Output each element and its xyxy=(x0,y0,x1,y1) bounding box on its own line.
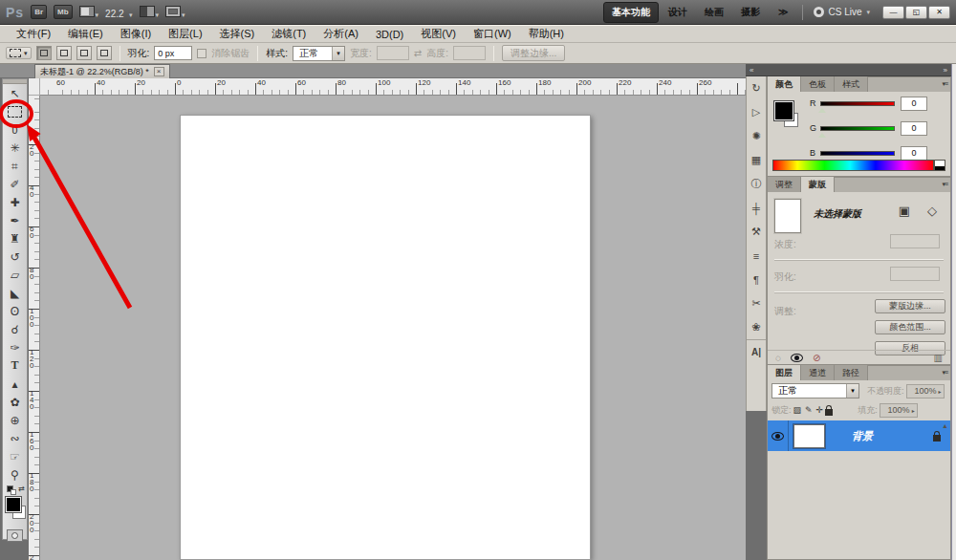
width-input[interactable] xyxy=(377,46,409,60)
menu-item[interactable]: 视图(V) xyxy=(412,27,465,41)
green-slider[interactable] xyxy=(820,126,895,131)
lock-pixels-icon[interactable]: ✎ xyxy=(805,405,813,415)
tab-masks[interactable]: 蒙版 xyxy=(801,177,835,192)
workspace-button[interactable]: 绘画 xyxy=(697,3,731,22)
green-value-input[interactable]: 0 xyxy=(901,121,927,136)
blue-slider[interactable] xyxy=(820,151,895,156)
layer-thumbnail[interactable] xyxy=(793,424,825,448)
tab-channels[interactable]: 通道 xyxy=(801,365,835,380)
disable-mask-icon[interactable]: ⊘ xyxy=(813,353,820,363)
foreground-color-swatch[interactable] xyxy=(774,101,793,120)
tab-color[interactable]: 颜色 xyxy=(768,76,801,92)
antialias-checkbox[interactable] xyxy=(197,49,206,58)
tab-adjustments[interactable]: 调整 xyxy=(768,177,801,192)
lock-all-icon[interactable] xyxy=(825,409,833,416)
new-selection-mode-button[interactable] xyxy=(36,46,52,60)
expand-panels-icon[interactable]: » xyxy=(944,66,947,75)
zoom-tool[interactable]: ⚲ xyxy=(3,465,27,484)
mask-visibility-eye-icon[interactable] xyxy=(791,354,803,362)
panel-menu-icon[interactable]: ▾≡ xyxy=(942,369,947,377)
styles-panel-icon[interactable]: ▦ xyxy=(747,148,766,172)
swap-dimensions-icon[interactable]: ⇄ xyxy=(414,48,422,58)
tab-paths[interactable]: 路径 xyxy=(835,365,868,380)
dodge-tool[interactable]: ☌ xyxy=(3,320,27,338)
spectrum-bw-swatches[interactable] xyxy=(934,160,945,171)
menu-item[interactable]: 窗口(W) xyxy=(465,27,520,41)
load-selection-icon[interactable]: ◌ xyxy=(775,353,781,363)
tab-styles[interactable]: 样式 xyxy=(835,76,868,92)
menu-item[interactable]: 图像(I) xyxy=(112,27,160,41)
healing-brush-tool[interactable]: ✚ xyxy=(3,193,27,211)
screen-mode-button[interactable]: ▾ xyxy=(165,4,185,21)
blend-mode-select[interactable]: 正常 ▾ xyxy=(771,383,859,398)
zoom-level-dropdown[interactable]: 22.2 ▾ xyxy=(105,4,132,21)
subtract-selection-mode-button[interactable] xyxy=(76,46,92,60)
blue-value-input[interactable]: 0 xyxy=(901,146,927,161)
quick-selection-tool[interactable]: ✳ xyxy=(3,139,27,157)
info-panel-icon[interactable]: ⓘ xyxy=(747,172,766,196)
red-slider[interactable] xyxy=(820,101,895,106)
notes-panel-icon[interactable]: ❀ xyxy=(747,315,766,339)
history-panel-icon[interactable]: ↻ xyxy=(747,76,766,100)
custom-shape-tool[interactable]: ✿ xyxy=(3,393,27,411)
color-spectrum-ramp[interactable] xyxy=(772,160,934,171)
close-button[interactable]: ✕ xyxy=(928,6,950,19)
tab-layers[interactable]: 图层 xyxy=(768,365,801,380)
eraser-tool[interactable]: ▱ xyxy=(3,266,27,284)
workspace-button[interactable]: 摄影 xyxy=(733,3,768,22)
lasso-tool[interactable]: ʋ xyxy=(3,120,27,139)
red-value-input[interactable]: 0 xyxy=(901,97,927,111)
scroll-up-icon[interactable]: ▲ xyxy=(942,422,948,429)
density-slider[interactable] xyxy=(774,259,944,261)
paragraph-panel-icon[interactable]: ¶ xyxy=(747,268,766,291)
close-document-icon[interactable]: × xyxy=(154,67,164,76)
panel-menu-icon[interactable]: ▾≡ xyxy=(942,181,947,188)
type-tool[interactable]: T xyxy=(3,356,27,375)
panel-menu-icon[interactable]: ▾≡ xyxy=(942,80,947,88)
opacity-input[interactable]: 100% ▸ xyxy=(906,384,945,398)
layer-row-background[interactable]: 背景 xyxy=(768,420,950,451)
feather-slider[interactable] xyxy=(774,291,944,293)
style-select[interactable]: 正常 ▾ xyxy=(293,46,345,61)
bridge-button[interactable]: Br xyxy=(31,5,47,19)
mini-bridge-button[interactable]: Mb xyxy=(54,5,73,19)
3d-roll-tool[interactable]: ∾ xyxy=(3,429,27,447)
height-input[interactable] xyxy=(453,46,486,60)
intersect-selection-mode-button[interactable] xyxy=(97,46,112,60)
eyedropper-tool[interactable]: ✐ xyxy=(3,175,27,193)
menu-item[interactable]: 帮助(H) xyxy=(520,27,573,41)
paint-bucket-tool[interactable]: ◣ xyxy=(3,284,27,302)
character-panel-icon[interactable]: A| xyxy=(747,339,766,363)
color-range-button[interactable]: 颜色范围... xyxy=(875,320,945,334)
workspace-button[interactable]: 设计 xyxy=(661,3,695,22)
brush-tool[interactable]: ✒ xyxy=(3,211,27,229)
mask-edge-button[interactable]: 蒙版边缘... xyxy=(875,299,945,313)
workspace-overflow-button[interactable]: ≫ xyxy=(774,7,792,17)
menu-item[interactable]: 选择(S) xyxy=(211,27,264,41)
tool-presets-panel-icon[interactable]: ✂ xyxy=(747,291,766,315)
feather-input[interactable] xyxy=(154,46,192,60)
foreground-color-swatch[interactable] xyxy=(6,497,21,512)
arrange-documents-button[interactable]: ▾ xyxy=(140,4,160,21)
move-tool[interactable]: ↖ xyxy=(3,84,27,102)
collapse-panels-icon[interactable]: « xyxy=(750,66,753,75)
hand-tool[interactable]: ☞ xyxy=(3,447,27,465)
density-input[interactable] xyxy=(890,234,940,248)
feather-input[interactable] xyxy=(890,267,940,281)
lock-position-icon[interactable]: ✛ xyxy=(816,405,824,415)
menu-item[interactable]: 文件(F) xyxy=(8,27,59,41)
lock-transparency-icon[interactable]: ▨ xyxy=(793,405,802,415)
3d-rotate-tool[interactable]: ⊕ xyxy=(3,411,27,429)
menu-item[interactable]: 图层(L) xyxy=(160,27,210,41)
delete-mask-icon[interactable]: ▥ xyxy=(934,353,943,363)
history-brush-tool[interactable]: ↺ xyxy=(3,248,27,266)
tool-preset-picker[interactable]: ▾ xyxy=(6,47,32,59)
quick-mask-button[interactable] xyxy=(7,529,23,542)
path-selection-tool[interactable]: ▴ xyxy=(3,375,27,393)
layer-visibility-cell[interactable] xyxy=(768,420,789,451)
rect-marquee-tool[interactable]: ⬚ xyxy=(3,102,27,120)
add-vector-mask-icon[interactable]: ◇ xyxy=(927,204,937,218)
layer-comps-panel-icon[interactable]: ≡ xyxy=(747,244,766,268)
adjustments-panel-icon[interactable]: ✺ xyxy=(747,124,766,148)
menu-item[interactable]: 滤镜(T) xyxy=(263,27,315,41)
